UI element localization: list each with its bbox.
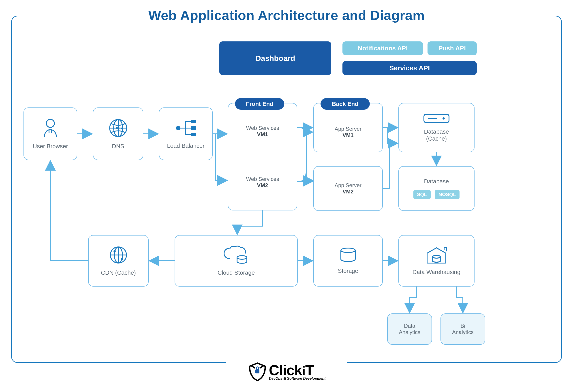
user-icon — [42, 118, 59, 140]
dns-label: DNS — [112, 143, 124, 150]
cdn-node: CDN (Cache) — [88, 235, 149, 286]
cloud-storage-label: Cloud Storage — [217, 269, 255, 276]
brand-name: ClickiT — [269, 363, 325, 377]
bi-analytics-node: Bi Analytics — [441, 313, 485, 345]
front-end-label: Front End — [246, 101, 273, 107]
back-end-label: Back End — [332, 101, 358, 107]
dashboard-label: Dashboard — [255, 54, 295, 63]
database-tags: SQL NOSQL — [412, 190, 461, 199]
svg-rect-6 — [191, 126, 196, 130]
brand-logo: ClickiT DevOps & Software Development — [0, 358, 573, 385]
push-api-label: Push API — [438, 45, 466, 52]
database-label: Database — [424, 178, 449, 185]
data-warehousing-label: Data Warehausing — [412, 269, 460, 276]
svg-text:DNS: DNS — [114, 126, 122, 130]
globe-cdn-icon — [109, 245, 128, 266]
nosql-tag: NOSQL — [435, 190, 460, 199]
front-end-pill: Front End — [235, 98, 284, 110]
services-api-label: Services API — [390, 64, 430, 72]
cloud-storage-node: Cloud Storage — [175, 235, 298, 286]
web-services-vm2: Web Services VM2 — [246, 176, 279, 189]
load-balancer-label: Load Balancer — [167, 143, 205, 149]
cloud-storage-icon — [223, 245, 250, 266]
push-api-button: Push API — [428, 41, 477, 55]
warehouse-icon — [425, 246, 448, 266]
storage-icon — [339, 247, 357, 264]
front-end-node: Web Services VM1 Web Services VM2 — [228, 103, 297, 211]
svg-point-0 — [46, 119, 54, 127]
svg-rect-17 — [255, 369, 259, 374]
app-server-vm2: App Server VM2 — [335, 182, 361, 195]
app-server-1-node: App Server VM1 — [313, 103, 383, 152]
notifications-api-label: Notifications API — [358, 45, 408, 52]
back-end-pill: Back End — [321, 98, 370, 110]
load-balancer-icon — [175, 118, 197, 139]
user-browser-node: User Browser — [23, 107, 77, 160]
database-node: Database SQL NOSQL — [398, 166, 475, 211]
svg-point-16 — [432, 255, 441, 258]
server-icon — [423, 113, 450, 125]
app-server-vm1: App Server VM1 — [335, 126, 361, 138]
svg-point-13 — [121, 258, 123, 260]
dns-node: DNS DNS — [93, 107, 143, 160]
diagram-title: Web Application Architecture and Diagram — [0, 8, 573, 23]
dashboard-button: Dashboard — [219, 41, 331, 75]
globe-dns-icon: DNS — [108, 118, 128, 140]
svg-point-9 — [443, 117, 445, 120]
svg-rect-7 — [191, 133, 196, 136]
data-warehousing-node: Data Warehausing — [398, 235, 475, 286]
shield-icon — [247, 362, 268, 382]
storage-label: Storage — [338, 267, 358, 274]
svg-point-15 — [341, 248, 355, 252]
notifications-api-button: Notifications API — [342, 41, 423, 55]
services-api-button: Services API — [342, 61, 477, 75]
data-analytics-node: Data Analytics — [387, 313, 432, 345]
app-server-2-node: App Server VM2 — [313, 166, 383, 211]
cdn-label: CDN (Cache) — [101, 269, 136, 276]
database-cache-label-b: (Cache) — [426, 135, 447, 142]
svg-rect-5 — [191, 120, 196, 123]
database-cache-node: Database (Cache) — [398, 103, 475, 152]
database-cache-label-a: Database — [424, 128, 449, 135]
svg-point-14 — [237, 256, 247, 259]
svg-point-12 — [113, 250, 116, 252]
brand-tagline: DevOps & Software Development — [269, 376, 325, 381]
web-services-vm1: Web Services VM1 — [246, 125, 279, 138]
load-balancer-node: Load Balancer — [159, 107, 213, 160]
svg-point-4 — [176, 126, 180, 130]
user-browser-label: User Browser — [33, 143, 68, 150]
sql-tag: SQL — [413, 190, 431, 199]
storage-node: Storage — [313, 235, 383, 286]
